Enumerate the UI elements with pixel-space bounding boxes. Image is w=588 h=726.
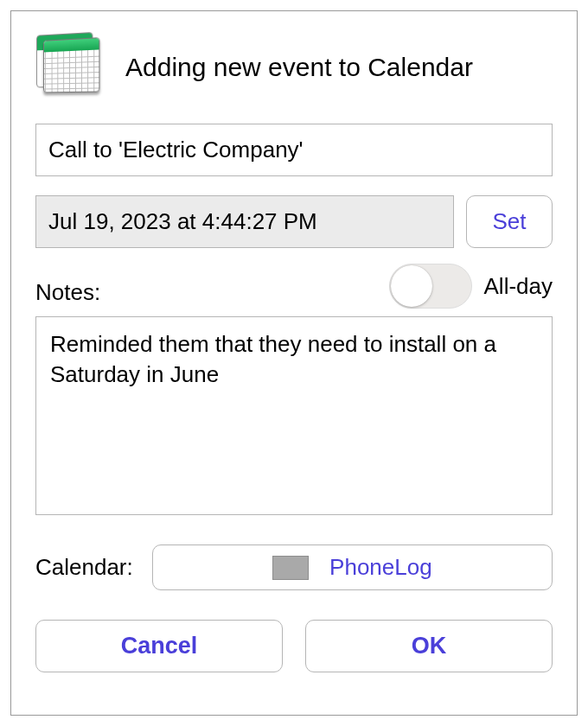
toggle-knob — [391, 265, 432, 307]
set-date-button[interactable]: Set — [466, 195, 553, 248]
calendar-select[interactable]: PhoneLog — [152, 544, 553, 590]
notes-label-row: Notes: — [35, 279, 553, 306]
date-row: Jul 19, 2023 at 4:44:27 PM Set — [35, 195, 553, 248]
ok-button[interactable]: OK — [305, 620, 553, 672]
dialog-title: Adding new event to Calendar — [125, 53, 473, 82]
event-title-input[interactable] — [35, 124, 553, 176]
calendar-label: Calendar: — [35, 554, 133, 581]
allday-toggle[interactable] — [389, 264, 472, 309]
cancel-button[interactable]: Cancel — [35, 620, 283, 672]
calendar-row: Calendar: PhoneLog — [35, 544, 553, 590]
dialog-button-row: Cancel OK — [35, 620, 553, 672]
notes-label: Notes: — [35, 279, 100, 306]
calendar-selected-name: PhoneLog — [329, 554, 432, 581]
datetime-display[interactable]: Jul 19, 2023 at 4:44:27 PM — [35, 195, 454, 248]
notes-textarea[interactable]: Reminded them that they need to install … — [35, 316, 553, 515]
calendar-color-swatch — [272, 556, 309, 580]
add-event-dialog: Adding new event to Calendar Jul 19, 202… — [10, 10, 578, 716]
dialog-header: Adding new event to Calendar — [35, 37, 553, 98]
calendar-icon — [34, 30, 101, 98]
